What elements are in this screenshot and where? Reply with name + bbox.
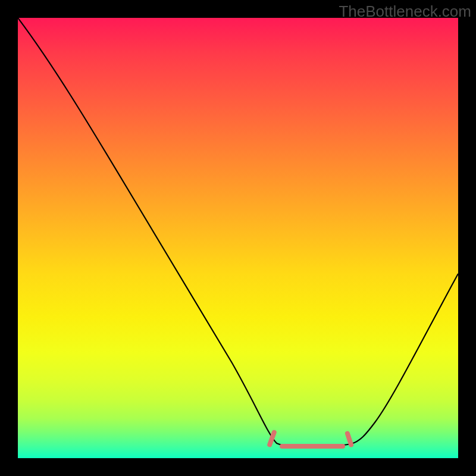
chart-curve-svg [18,18,458,458]
highlight-flat-segment [280,444,345,449]
chart-bottom-bar [0,458,476,476]
watermark-text: TheBottleneck.com [339,2,471,21]
bottleneck-curve [18,18,458,446]
chart-plot-area [18,18,458,458]
